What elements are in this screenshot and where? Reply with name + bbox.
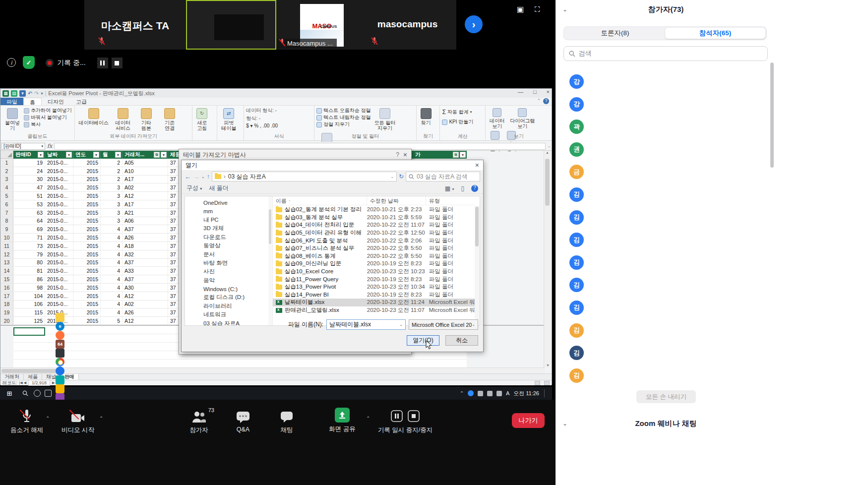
list-item[interactable]: 권 — [569, 142, 584, 165]
row-number[interactable]: 11 — [0, 242, 13, 250]
nav-item[interactable]: 사진 — [185, 267, 272, 276]
open-dialog-close-button[interactable]: × — [475, 161, 479, 169]
row-number[interactable]: 6 — [0, 200, 13, 208]
file-row[interactable]: 판매관리_모델링.xlsx 2020-10-23 오전 11:07 Micros… — [273, 306, 480, 314]
paste-button[interactable]: 붙여넣기 — [2, 107, 22, 132]
qa-control[interactable]: Q&A — [227, 409, 259, 433]
taskbar-app-icon[interactable] — [56, 358, 64, 366]
data-type-dropdown[interactable]: 데이터 형식: - — [246, 107, 312, 115]
participants-control[interactable]: 73 참가자 — [178, 409, 220, 434]
list-item[interactable]: 김 — [569, 323, 584, 346]
column-modified[interactable]: 수정한 날짜 — [367, 196, 426, 205]
row-number[interactable]: 8 — [0, 217, 13, 225]
nav-scrollbar[interactable] — [268, 196, 272, 325]
file-list-scrollbar[interactable] — [475, 206, 480, 325]
column-header-year[interactable]: 연도▼ — [73, 151, 101, 159]
row-number[interactable]: 5 — [0, 192, 13, 200]
find-button[interactable]: 찾기 — [419, 107, 434, 126]
list-item[interactable]: 곽 — [569, 120, 584, 142]
panel-scrollbar[interactable] — [770, 62, 774, 384]
file-row[interactable]: 실습07_비즈니스 분석 실무 2020-10-22 오후 5:50 파일 폴더 — [273, 244, 480, 252]
list-item[interactable]: 김 — [569, 346, 584, 368]
filter-dropdown-icon[interactable]: ▼ — [66, 152, 72, 158]
taskbar-app-icon[interactable] — [56, 313, 64, 322]
nav-item[interactable]: mm — [185, 207, 272, 215]
external-data-button[interactable]: 데이터 서비스 — [112, 107, 134, 132]
leave-button[interactable]: 나가기 — [512, 413, 545, 428]
pause-recording-button[interactable] — [97, 58, 108, 68]
column-header-month[interactable]: 월▼ — [101, 151, 123, 159]
scroll-thumb[interactable] — [545, 159, 550, 206]
video-tile-4[interactable]: masocampus — [359, 0, 456, 50]
column-name[interactable]: 이름 ⌃ — [273, 196, 367, 205]
list-item[interactable]: 금 — [569, 165, 584, 187]
filetype-dropdown[interactable]: Microsoft Office Excel 2007 - 2...⌄ — [409, 319, 478, 330]
scroll-thumb[interactable] — [1, 369, 61, 373]
row-number[interactable]: 2 — [0, 167, 13, 175]
clipboard-option-button[interactable]: 추가하여 붙여넣기 — [24, 107, 72, 114]
share-screen-control[interactable]: 화면 공유 — [318, 408, 366, 433]
nav-item[interactable]: 음악 — [185, 276, 272, 285]
taskbar-app-icon[interactable] — [56, 384, 64, 393]
view-button[interactable]: 데이터 보기 — [488, 107, 506, 130]
close-button[interactable]: × — [547, 89, 550, 95]
collapse-ribbon-icon[interactable]: ⌃ — [537, 98, 541, 103]
diagram-view-icon[interactable] — [544, 381, 550, 385]
meeting-info-icon[interactable]: i — [7, 58, 16, 67]
vertical-scrollbar[interactable]: ▲▼ — [544, 151, 551, 367]
taskbar-app-icon[interactable] — [56, 366, 64, 375]
view-button[interactable]: 다이어그램 보기 — [508, 107, 537, 130]
column-header-date[interactable]: 날짜▼ — [45, 151, 73, 159]
file-row[interactable]: 실습14_Power BI 2020-10-19 오전 8:23 파일 폴더 — [273, 291, 480, 299]
scroll-thumb[interactable] — [770, 62, 774, 168]
clipboard-option-button[interactable]: 바꿔서 붙여넣기 — [24, 114, 72, 121]
wizard-close-button[interactable]: × — [403, 151, 407, 159]
row-number[interactable]: 12 — [0, 250, 13, 258]
list-item[interactable]: 김 — [569, 187, 584, 210]
gallery-view-icon[interactable]: ▣ — [517, 5, 524, 14]
filter-button[interactable]: 모든 필터 지우기 — [372, 107, 398, 132]
record-nav-prev-icon[interactable]: |◀ ◀ — [19, 381, 27, 385]
tray-icon[interactable] — [487, 391, 493, 396]
address-bar[interactable]: › 03 실습 자료A ⌄ — [212, 172, 397, 182]
ime-indicator[interactable]: A — [506, 390, 509, 396]
row-number[interactable]: 9 — [0, 225, 13, 233]
back-button[interactable]: ← — [185, 173, 191, 181]
taskbar-app-icon[interactable]: e — [56, 322, 64, 331]
filename-input[interactable]: 날짜테이블.xlsx⌄ — [326, 319, 406, 330]
row-number[interactable]: 13 — [0, 259, 13, 267]
filter-dropdown-icon[interactable]: ▼ — [460, 152, 466, 158]
wizard-title-bar[interactable]: 테이블 가져오기 마법사 ? × — [179, 149, 411, 160]
tray-zoom-icon[interactable] — [468, 390, 474, 396]
create-kpi-button[interactable]: KPI 만들기 — [442, 117, 483, 127]
tray-icon[interactable] — [478, 391, 483, 396]
audio-options-chevron[interactable]: ⌃ — [46, 416, 50, 421]
undo-icon[interactable]: ↶ — [28, 90, 32, 97]
next-participants-button[interactable]: › — [465, 15, 483, 33]
nav-item[interactable]: 내 PC — [185, 216, 272, 224]
refresh-button[interactable]: ↻ 새로 고침 — [194, 107, 209, 132]
file-row[interactable]: 실습13_Power Pivot 2020-10-23 오전 10:34 파일 … — [273, 283, 480, 291]
file-row[interactable]: 실습03_통계 분석 실무 2020-10-21 오후 5:59 파일 폴더 — [273, 214, 480, 222]
row-number[interactable]: 14 — [0, 267, 13, 275]
excel-title-bar[interactable]: ▦ ▤ ▾ ↶ ↷ ▾ | Excel용 Power Pivot - 판매관리_… — [0, 89, 552, 98]
file-row[interactable]: 실습02_통계 분석의 기본 정리 2020-10-21 오후 2:23 파일 … — [273, 206, 480, 214]
sheet-tab[interactable]: 거래처 — [0, 374, 24, 380]
nav-item[interactable]: 라이브러리 — [185, 302, 272, 310]
list-item[interactable]: 강 — [569, 74, 584, 97]
minimize-button[interactable]: — — [518, 89, 523, 95]
row-number[interactable]: 4 — [0, 183, 13, 191]
tray-icon[interactable] — [496, 391, 502, 396]
new-folder-button[interactable]: 새 폴더 — [209, 184, 228, 192]
external-data-button[interactable]: 데이터베이스 — [77, 107, 111, 126]
file-row[interactable]: 실습04_데이터 전처리 입문 2020-10-22 오전 11:07 파일 폴… — [273, 221, 480, 229]
external-data-button[interactable]: 기존 연결 — [159, 107, 181, 132]
format-dropdown[interactable]: 형식: - — [246, 115, 312, 123]
tray-chevron-icon[interactable]: ⌃ — [460, 391, 464, 396]
save-icon[interactable]: ▾ — [19, 90, 26, 97]
nav-item[interactable]: 동영상 — [185, 242, 272, 250]
filter-dropdown-icon[interactable]: ▼ — [38, 152, 44, 158]
tab-file[interactable]: 파일 — [0, 98, 23, 105]
start-video-control[interactable]: 비디오 시작 — [56, 409, 100, 434]
nav-item[interactable]: 로컬 디스크 (D:) — [185, 293, 272, 302]
